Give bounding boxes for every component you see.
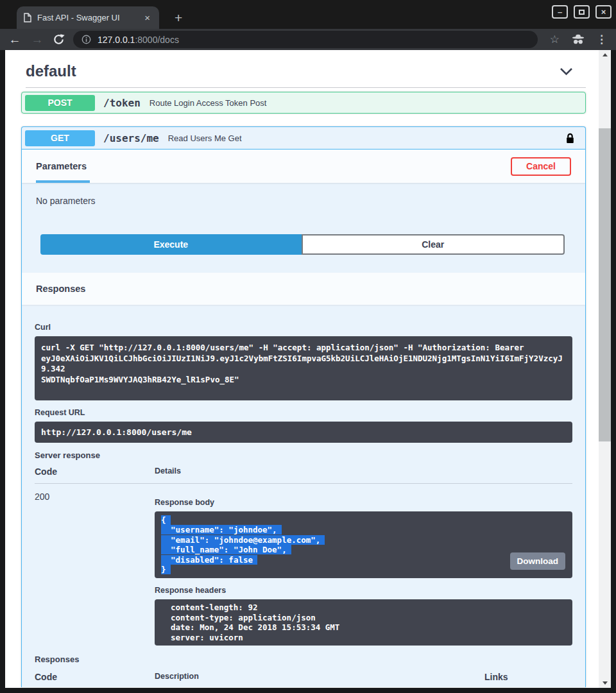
response-body-label: Response body <box>155 498 572 507</box>
chevron-down-icon[interactable] <box>560 67 573 76</box>
responses-inner: Curl curl -X GET "http://127.0.0.1:8000/… <box>22 305 585 687</box>
response-details-cell: Response body { "username": "johndoe", "… <box>155 484 572 646</box>
response-body-line: "disabled": false <box>161 555 566 565</box>
response-headers-label: Response headers <box>155 586 572 595</box>
scroll-down-icon <box>603 681 608 685</box>
post-path: /token <box>103 97 141 109</box>
forward-icon: → <box>30 33 44 46</box>
url-host: 127.0.0.1 <box>98 35 135 45</box>
response-body-line: "username": "johndoe", <box>161 525 566 535</box>
status-code: 200 <box>35 484 155 646</box>
response-headers-text: content-length: 92 content-type: applica… <box>171 603 566 642</box>
curl-command: curl -X GET "http://127.0.0.1:8000/users… <box>41 343 566 385</box>
scrollbar-thumb[interactable] <box>599 128 611 441</box>
download-button[interactable]: Download <box>510 552 566 570</box>
details-column-header: Details <box>155 466 572 477</box>
execute-row: Execute Clear <box>40 234 565 255</box>
window-controls: – × <box>552 5 612 19</box>
section-divider <box>26 87 586 88</box>
browser-titlebar: Fast API - Swagger UI × + – × <box>0 0 616 29</box>
server-response-table-head: Code Details <box>35 466 572 484</box>
response-body-line: { <box>161 515 566 525</box>
browser-toolbar: ← → 127.0.0.1:8000/docs ☆ ⋮ <box>0 29 616 50</box>
scroll-up-icon <box>603 53 608 56</box>
cancel-button[interactable]: Cancel <box>511 157 571 176</box>
doc-code-column-header: Code <box>35 672 155 682</box>
code-column-header: Code <box>35 466 155 477</box>
responses-doc-table-head: Code Description Links <box>35 672 572 687</box>
tag-section-title: default <box>26 62 76 80</box>
request-url-value: http://127.0.0.1:8000/users/me <box>41 427 192 437</box>
scroll-down-button[interactable] <box>599 678 611 688</box>
page-scrollbar[interactable] <box>599 50 611 688</box>
url-text: 127.0.0.1:8000/docs <box>98 35 179 45</box>
url-path: :8000/docs <box>135 35 179 45</box>
clear-button[interactable]: Clear <box>302 234 565 255</box>
tag-section-header[interactable]: default <box>5 50 599 81</box>
scroll-up-button[interactable] <box>599 50 611 60</box>
response-body-line: "email": "johndoe@example.com", <box>161 535 566 545</box>
response-body-block[interactable]: { "username": "johndoe", "email": "johnd… <box>155 511 572 578</box>
get-method-badge: GET <box>25 130 95 146</box>
new-tab-button[interactable]: + <box>171 10 186 26</box>
tab-title: Fast API - Swagger UI <box>37 13 142 22</box>
response-headers-block: content-length: 92 content-type: applica… <box>155 599 572 646</box>
request-url-label: Request URL <box>35 408 572 417</box>
tab-close-icon[interactable]: × <box>142 12 153 24</box>
incognito-icon <box>570 34 586 45</box>
doc-description-column-header: Description <box>155 672 484 682</box>
minimize-button[interactable]: – <box>552 5 568 19</box>
response-body-line: } <box>161 565 566 574</box>
address-bar[interactable]: 127.0.0.1:8000/docs <box>73 31 538 48</box>
no-parameters-text: No parameters <box>22 196 585 206</box>
swagger-page: default POST /token Route Login Access T… <box>5 50 599 688</box>
maximize-button[interactable] <box>574 5 590 19</box>
parameters-body: No parameters Execute Clear <box>22 183 585 273</box>
reload-icon[interactable] <box>53 33 67 46</box>
opblock-get-users-me: GET /users/me Read Users Me Get Paramete… <box>21 126 586 687</box>
server-response-table: Code Details 200 Response body { "userna… <box>35 466 572 646</box>
get-summary: Read Users Me Get <box>168 133 242 143</box>
get-path: /users/me <box>103 132 159 144</box>
responses-doc-label: Responses <box>35 654 572 664</box>
favicon-document-icon <box>23 13 31 22</box>
bookmark-star-icon[interactable]: ☆ <box>550 34 560 45</box>
maximize-icon <box>579 10 585 15</box>
get-opblock-header[interactable]: GET /users/me Read Users Me Get <box>22 127 585 150</box>
responses-section-header: Responses <box>22 273 585 305</box>
opblock-post-token[interactable]: POST /token Route Login Access Token Pos… <box>21 92 586 114</box>
site-info-icon[interactable] <box>81 35 91 44</box>
parameters-header: Parameters Cancel <box>22 150 585 183</box>
response-body-line: "full_name": "John Doe", <box>161 545 566 554</box>
request-url-block: http://127.0.0.1:8000/users/me <box>35 422 572 443</box>
browser-menu-icon[interactable]: ⋮ <box>596 33 607 46</box>
execute-button[interactable]: Execute <box>40 234 302 255</box>
responses-title: Responses <box>36 284 85 294</box>
curl-block[interactable]: curl -X GET "http://127.0.0.1:8000/users… <box>35 336 572 400</box>
post-method-badge: POST <box>25 95 95 111</box>
tab-parameters[interactable]: Parameters <box>36 161 87 171</box>
browser-tab[interactable]: Fast API - Swagger UI × <box>17 6 159 29</box>
close-window-button[interactable]: × <box>595 5 612 19</box>
auth-lock-icon[interactable] <box>565 132 575 144</box>
server-response-label: Server response <box>35 450 572 460</box>
curl-label: Curl <box>35 323 572 332</box>
back-icon[interactable]: ← <box>8 33 22 46</box>
doc-links-column-header: Links <box>484 672 572 682</box>
server-response-row: 200 Response body { "username": "johndoe… <box>35 484 572 646</box>
post-summary: Route Login Access Token Post <box>150 98 267 108</box>
